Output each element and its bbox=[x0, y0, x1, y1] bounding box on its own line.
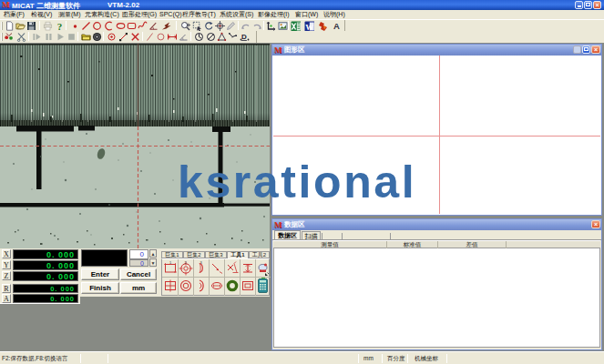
svg-text:3: 3 bbox=[200, 260, 203, 265]
svg-text:?: ? bbox=[57, 21, 63, 31]
svg-text:D: D bbox=[241, 33, 247, 41]
svg-text:A: A bbox=[333, 21, 340, 31]
svg-text:1: 1 bbox=[169, 260, 172, 265]
svg-text:W: W bbox=[305, 23, 313, 32]
